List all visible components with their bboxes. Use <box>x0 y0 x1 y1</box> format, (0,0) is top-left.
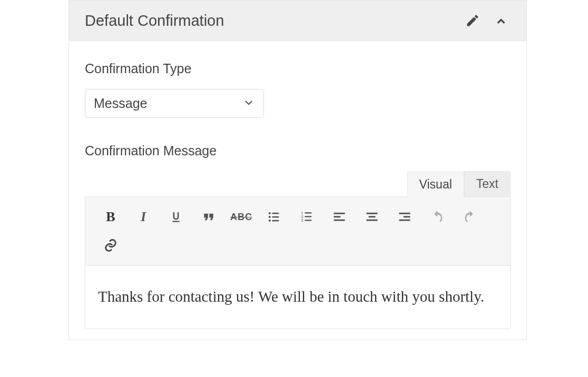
svg-point-0 <box>269 212 271 214</box>
svg-rect-11 <box>305 220 312 221</box>
confirmation-panel: Default Confirmation Confirmation Type M… <box>68 0 527 340</box>
blockquote-button[interactable] <box>194 204 223 230</box>
select-value: Message <box>94 96 147 111</box>
quote-icon <box>201 209 217 225</box>
panel-title: Default Confirmation <box>85 12 224 29</box>
editor-content-area[interactable]: Thanks for contacting us! We will be in … <box>85 266 511 329</box>
strikethrough-button[interactable]: ABC <box>227 204 256 230</box>
redo-button[interactable] <box>455 204 485 230</box>
edit-button[interactable] <box>465 13 480 28</box>
align-right-icon <box>397 210 412 224</box>
svg-rect-15 <box>367 213 378 214</box>
align-left-button[interactable] <box>325 204 354 230</box>
collapse-button[interactable] <box>492 11 511 30</box>
align-center-button[interactable] <box>357 204 387 230</box>
chevron-up-icon <box>492 11 511 30</box>
pencil-icon <box>465 13 480 28</box>
numbered-list-icon: 1 2 3 <box>299 210 314 224</box>
editor-toolbar: B I ABC 1 <box>85 196 511 266</box>
svg-rect-13 <box>334 216 341 217</box>
confirmation-type-select[interactable]: Message <box>85 89 264 118</box>
bullet-list-icon <box>267 210 281 224</box>
underline-icon <box>169 210 183 224</box>
bold-button[interactable]: B <box>96 204 125 230</box>
tab-text[interactable]: Text <box>464 171 511 196</box>
align-left-icon <box>332 210 347 224</box>
editor-text: Thanks for contacting us! We will be in … <box>98 285 497 309</box>
confirmation-message-label: Confirmation Message <box>85 143 511 158</box>
align-right-button[interactable] <box>390 204 419 230</box>
bullet-list-button[interactable] <box>259 204 289 230</box>
svg-point-4 <box>269 220 271 222</box>
svg-rect-7 <box>305 212 312 213</box>
tab-visual[interactable]: Visual <box>407 172 464 197</box>
svg-point-2 <box>269 216 271 218</box>
italic-button[interactable]: I <box>129 204 158 230</box>
svg-rect-19 <box>404 216 410 217</box>
svg-text:2: 2 <box>301 215 303 219</box>
svg-text:3: 3 <box>301 219 303 222</box>
svg-rect-5 <box>272 220 279 222</box>
svg-rect-18 <box>399 213 410 214</box>
undo-button[interactable] <box>423 204 452 230</box>
svg-rect-1 <box>272 213 279 214</box>
link-button[interactable] <box>96 233 125 258</box>
redo-icon <box>463 210 477 224</box>
panel-body: Confirmation Type Message Confirmation M… <box>69 41 526 340</box>
panel-header: Default Confirmation <box>69 1 526 41</box>
align-center-icon <box>365 210 379 224</box>
svg-rect-12 <box>334 213 345 214</box>
svg-rect-17 <box>367 220 378 221</box>
svg-rect-9 <box>305 216 312 217</box>
panel-actions <box>465 11 511 30</box>
numbered-list-button[interactable]: 1 2 3 <box>292 204 321 230</box>
svg-rect-16 <box>369 216 376 217</box>
svg-rect-14 <box>334 220 345 221</box>
link-icon <box>103 238 118 253</box>
confirmation-type-label: Confirmation Type <box>85 61 511 76</box>
underline-button[interactable] <box>161 204 191 230</box>
svg-text:1: 1 <box>301 211 303 215</box>
svg-rect-20 <box>399 220 410 221</box>
svg-rect-3 <box>272 216 279 218</box>
editor-tabs: Visual Text <box>85 171 511 196</box>
chevron-down-icon <box>242 96 255 111</box>
undo-icon <box>430 210 445 224</box>
